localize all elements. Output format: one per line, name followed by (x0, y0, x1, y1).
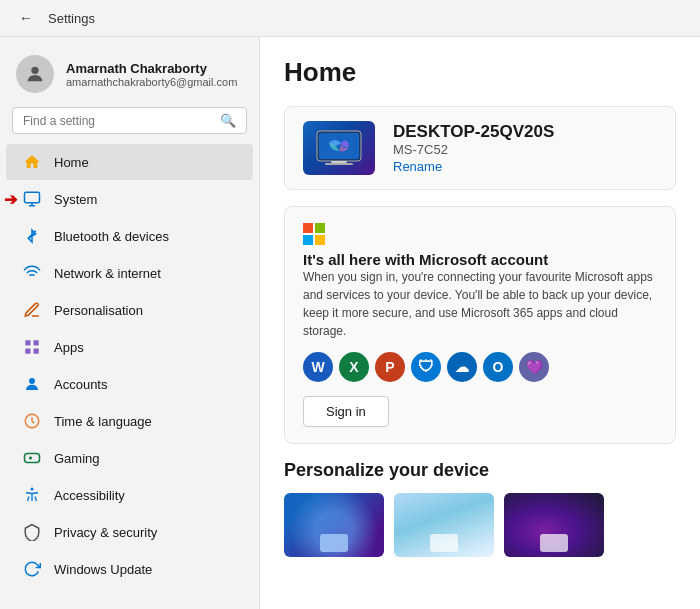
device-thumbnail (303, 121, 375, 175)
sidebar-item-label-personalisation: Personalisation (54, 303, 143, 318)
word-icon: W (303, 352, 333, 382)
main-content: Home DESKTOP-25QV20S MS- (260, 37, 700, 609)
network-icon (22, 263, 42, 283)
time-icon (22, 411, 42, 431)
sidebar-item-label-gaming: Gaming (54, 451, 100, 466)
device-name: DESKTOP-25QV20S (393, 122, 554, 142)
outlook-icon: O (483, 352, 513, 382)
svg-rect-13 (331, 161, 347, 163)
sidebar-item-label-accounts: Accounts (54, 377, 107, 392)
user-info: Amarnath Chakraborty amarnathchakraborty… (66, 61, 237, 88)
sidebar: Amarnath Chakraborty amarnathchakraborty… (0, 37, 260, 609)
ms-card-desc: When you sign in, you're connecting your… (303, 268, 657, 340)
sidebar-item-accounts[interactable]: Accounts (6, 366, 253, 402)
accessibility-icon (22, 485, 42, 505)
ms-card-title: It's all here with Microsoft account (303, 251, 657, 268)
sidebar-item-label-apps: Apps (54, 340, 84, 355)
ms-apps-row: W X P 🛡 ☁ O 💜 (303, 352, 657, 382)
sidebar-item-label-time: Time & language (54, 414, 152, 429)
onedrive-icon: ☁ (447, 352, 477, 382)
ms-card-header (303, 223, 657, 245)
sidebar-item-personalisation[interactable]: Personalisation (6, 292, 253, 328)
user-name: Amarnath Chakraborty (66, 61, 237, 76)
search-input[interactable] (23, 114, 214, 128)
page-title: Home (284, 57, 676, 88)
apps-icon (22, 337, 42, 357)
svg-point-0 (31, 67, 38, 74)
ms-account-card: It's all here with Microsoft account Whe… (284, 206, 676, 444)
wallpaper-thumb-1[interactable] (284, 493, 384, 557)
excel-icon: X (339, 352, 369, 382)
wallpaper-thumb-3[interactable] (504, 493, 604, 557)
sidebar-item-update[interactable]: Windows Update (6, 551, 253, 587)
personalize-title: Personalize your device (284, 460, 676, 481)
sidebar-item-label-update: Windows Update (54, 562, 152, 577)
update-icon (22, 559, 42, 579)
search-bar[interactable]: 🔍 (12, 107, 247, 134)
device-model: MS-7C52 (393, 142, 554, 157)
avatar (16, 55, 54, 93)
sidebar-item-bluetooth[interactable]: Bluetooth & devices (6, 218, 253, 254)
sidebar-item-privacy[interactable]: Privacy & security (6, 514, 253, 550)
svg-rect-4 (25, 349, 30, 354)
gaming-icon (22, 448, 42, 468)
sidebar-item-label-network: Network & internet (54, 266, 161, 281)
user-email: amarnathchakraborty6@gmail.com (66, 76, 237, 88)
system-icon (22, 189, 42, 209)
sidebar-item-network[interactable]: Network & internet (6, 255, 253, 291)
personalize-section: Personalize your device (284, 460, 676, 557)
svg-rect-2 (25, 340, 30, 345)
accounts-icon (22, 374, 42, 394)
sidebar-item-system[interactable]: ➔System (6, 181, 253, 217)
defender-icon: 🛡 (411, 352, 441, 382)
sidebar-item-label-system: System (54, 192, 97, 207)
wallpaper-thumb-2[interactable] (394, 493, 494, 557)
home-icon (22, 152, 42, 172)
search-icon: 🔍 (220, 113, 236, 128)
wallpaper-row (284, 493, 676, 557)
svg-rect-11 (319, 133, 359, 159)
sidebar-item-apps[interactable]: Apps (6, 329, 253, 365)
sidebar-item-label-home: Home (54, 155, 89, 170)
svg-rect-1 (25, 192, 40, 203)
svg-point-9 (31, 488, 34, 491)
svg-point-6 (29, 378, 35, 384)
sidebar-item-label-bluetooth: Bluetooth & devices (54, 229, 169, 244)
personalisation-icon (22, 300, 42, 320)
back-button[interactable]: ← (14, 8, 38, 28)
microsoft-logo (303, 223, 325, 245)
signin-button[interactable]: Sign in (303, 396, 389, 427)
titlebar-title: Settings (48, 11, 95, 26)
svg-rect-3 (34, 340, 39, 345)
powerpoint-icon: P (375, 352, 405, 382)
device-card: DESKTOP-25QV20S MS-7C52 Rename (284, 106, 676, 190)
sidebar-item-home[interactable]: Home (6, 144, 253, 180)
svg-rect-5 (34, 349, 39, 354)
sidebar-item-accessibility[interactable]: Accessibility (6, 477, 253, 513)
sidebar-item-label-privacy: Privacy & security (54, 525, 157, 540)
sidebar-item-time[interactable]: Time & language (6, 403, 253, 439)
rename-link[interactable]: Rename (393, 159, 442, 174)
user-section[interactable]: Amarnath Chakraborty amarnathchakraborty… (0, 45, 259, 107)
nav-list: Home➔SystemBluetooth & devicesNetwork & … (0, 144, 259, 587)
sidebar-item-gaming[interactable]: Gaming (6, 440, 253, 476)
teams-icon: 💜 (519, 352, 549, 382)
arrow-indicator: ➔ (4, 190, 17, 209)
svg-rect-14 (325, 163, 353, 165)
device-info: DESKTOP-25QV20S MS-7C52 Rename (393, 122, 554, 175)
bluetooth-icon (22, 226, 42, 246)
privacy-icon (22, 522, 42, 542)
sidebar-item-label-accessibility: Accessibility (54, 488, 125, 503)
titlebar: ← Settings (0, 0, 700, 37)
